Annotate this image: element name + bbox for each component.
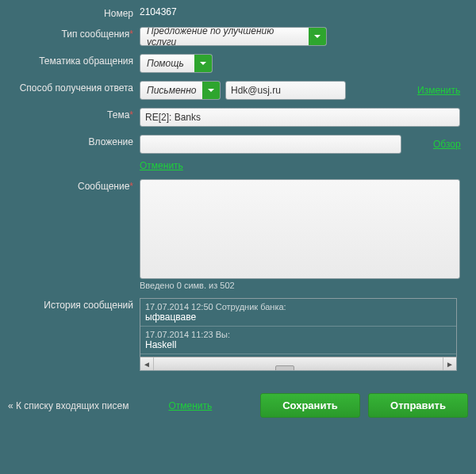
history-item-header: 17.07.2014 11:23 Вы: — [145, 330, 451, 339]
cancel-button-link[interactable]: Отменить — [168, 400, 212, 411]
history-item: 17.07.2014 12:50 Сотрудник банка: ыфвацв… — [140, 299, 456, 327]
value-number: 2104367 — [140, 6, 177, 17]
row-history: История сообщений 17.07.2014 12:50 Сотру… — [3, 298, 473, 371]
label-message-type: Тип сообщения* — [3, 27, 140, 40]
label-message: Сообщение* — [3, 179, 140, 192]
history-item: 17.07.2014 11:23 Вы: Haskell — [140, 327, 456, 354]
chevron-down-icon — [194, 55, 212, 72]
subject-field[interactable] — [140, 108, 460, 127]
footer: « К списку входящих писем Отменить Сохра… — [3, 379, 473, 418]
topic-selected: Помощь — [140, 58, 194, 69]
reply-method-selected: Письменно — [140, 85, 202, 96]
row-attachment: Вложение Обзор Отменить — [3, 135, 473, 171]
send-button[interactable]: Отправить — [368, 393, 468, 418]
history-scrollbar[interactable]: ◄ ► — [140, 357, 456, 370]
back-to-inbox-link[interactable]: « К списку входящих писем — [8, 400, 129, 411]
message-textarea[interactable] — [140, 179, 460, 279]
history-panel: 17.07.2014 12:50 Сотрудник банка: ыфвацв… — [140, 298, 457, 371]
chevron-down-icon — [202, 82, 220, 99]
row-reply-method: Способ получения ответа Письменно Измени… — [3, 81, 473, 100]
reply-method-select[interactable]: Письменно — [140, 81, 221, 100]
label-attachment: Вложение — [3, 135, 140, 147]
message-type-selected: Предложение по улучшению услуги — [140, 27, 309, 46]
row-message: Сообщение* Введено 0 симв. из 502 — [3, 179, 473, 290]
history-item-body: ыфвацваве — [145, 312, 451, 323]
attachment-field[interactable] — [140, 135, 401, 154]
chevron-down-icon — [309, 28, 326, 45]
label-number: Номер — [3, 6, 140, 19]
label-reply-method: Способ получения ответа — [3, 81, 140, 94]
cancel-attachment-link[interactable]: Отменить — [140, 160, 183, 171]
scroll-thumb[interactable] — [275, 365, 294, 371]
browse-link[interactable]: Обзор — [433, 139, 461, 150]
scroll-left-icon[interactable]: ◄ — [140, 357, 154, 370]
email-field[interactable] — [225, 81, 346, 100]
history-item-body: Haskell — [145, 339, 451, 350]
save-button[interactable]: Сохранить — [260, 393, 360, 418]
row-subject: Тема* — [3, 108, 473, 127]
char-counter: Введено 0 симв. из 502 — [140, 281, 235, 290]
message-form: Номер 2104367 Тип сообщения* Предложение… — [0, 0, 476, 424]
history-item-header: 17.07.2014 12:50 Сотрудник банка: — [145, 302, 451, 312]
label-subject: Тема* — [3, 108, 140, 120]
row-message-type: Тип сообщения* Предложение по улучшению … — [3, 27, 473, 46]
label-history: История сообщений — [3, 298, 140, 311]
label-topic: Тематика обращения — [3, 54, 140, 67]
change-link[interactable]: Изменить — [417, 85, 460, 96]
message-type-select[interactable]: Предложение по улучшению услуги — [140, 27, 327, 46]
row-number: Номер 2104367 — [3, 6, 473, 19]
topic-select[interactable]: Помощь — [140, 54, 213, 73]
row-topic: Тематика обращения Помощь — [3, 54, 473, 73]
scroll-right-icon[interactable]: ► — [443, 357, 456, 370]
